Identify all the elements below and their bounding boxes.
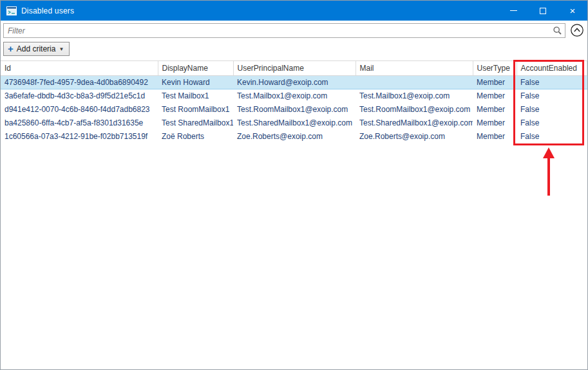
table-cell: Test.RoomMailbox1@exoip.com (356, 102, 473, 116)
app-icon (6, 6, 17, 16)
table-cell: False (517, 89, 587, 102)
collapse-criteria-button[interactable] (569, 23, 584, 38)
close-button[interactable]: × (558, 1, 587, 21)
window: Disabled users × + A (0, 0, 588, 370)
criteria-bar: + Add criteria ▼ (1, 40, 587, 60)
table-cell: False (517, 75, 587, 89)
results-grid-area: IdDisplayNameUserPrincipalNameMailUserTy… (1, 60, 587, 369)
table-cell: 4736948f-7fed-4957-9dea-4d0ba6890492 (1, 75, 158, 89)
table-row[interactable]: 1c60566a-07a3-4212-91be-f02bb713519fZoë … (1, 129, 587, 143)
annotation-arrow-icon (540, 147, 557, 196)
filter-input[interactable] (3, 23, 565, 38)
window-title: Disabled users (21, 6, 74, 15)
minimize-button[interactable] (498, 1, 528, 21)
close-icon: × (570, 6, 576, 15)
table-cell: Member (473, 89, 517, 102)
table-cell: Test.Mailbox1@exoip.com (356, 89, 473, 102)
column-header-accountenabled[interactable]: AccountEnabled (517, 61, 587, 75)
filter-bar (1, 21, 587, 40)
table-cell: Zoe.Roberts@exoip.com (233, 129, 356, 143)
chevron-up-circle-icon (570, 23, 584, 37)
window-controls: × (498, 1, 587, 21)
table-row[interactable]: 3a6efafe-dbdb-4d3c-b8a3-d9f5d21e5c1dTest… (1, 89, 587, 102)
table-cell: False (517, 116, 587, 129)
column-header-mail[interactable]: Mail (356, 61, 473, 75)
table-cell: Zoe.Roberts@exoip.com (356, 129, 473, 143)
table-cell: Test.SharedMailbox1@exoip.com (233, 116, 356, 129)
table-cell: Member (473, 102, 517, 116)
add-criteria-label: Add criteria (17, 44, 56, 53)
search-icon (553, 26, 562, 35)
table-cell: Kevin Howard (158, 75, 233, 89)
table-cell: False (517, 129, 587, 143)
table-cell: Kevin.Howard@exoip.com (233, 75, 356, 89)
table-cell: Member (473, 75, 517, 89)
table-row[interactable]: ba425860-6ffa-4cb7-af5a-f8301d31635eTest… (1, 116, 587, 129)
table-cell: d941e412-0070-4c6b-8460-f4dd7adb6823 (1, 102, 158, 116)
table-cell: Test.RoomMailbox1@exoip.com (233, 102, 356, 116)
table-cell: Test.SharedMailbox1@exoip.com (356, 116, 473, 129)
table-cell: 1c60566a-07a3-4212-91be-f02bb713519f (1, 129, 158, 143)
column-header-id[interactable]: Id (1, 61, 158, 75)
chevron-down-icon: ▼ (59, 46, 64, 52)
table-cell: Zoë Roberts (158, 129, 233, 143)
table-cell: Test Mailbox1 (158, 89, 233, 102)
titlebar[interactable]: Disabled users × (1, 1, 587, 21)
table-row[interactable]: d941e412-0070-4c6b-8460-f4dd7adb6823Test… (1, 102, 587, 116)
grid-header-row: IdDisplayNameUserPrincipalNameMailUserTy… (1, 61, 587, 75)
add-criteria-button[interactable]: + Add criteria ▼ (3, 42, 70, 56)
table-cell: Member (473, 129, 517, 143)
table-cell: Member (473, 116, 517, 129)
table-cell (356, 75, 473, 89)
maximize-button[interactable] (528, 1, 558, 21)
column-header-userprincipalname[interactable]: UserPrincipalName (233, 61, 356, 75)
table-cell: ba425860-6ffa-4cb7-af5a-f8301d31635e (1, 116, 158, 129)
table-cell: False (517, 102, 587, 116)
column-header-displayname[interactable]: DisplayName (158, 61, 233, 75)
table-cell: Test RoomMailbox1 (158, 102, 233, 116)
minimize-icon (510, 10, 517, 11)
filter-input-wrap (3, 23, 565, 38)
plus-icon: + (8, 46, 14, 52)
users-table: IdDisplayNameUserPrincipalNameMailUserTy… (1, 61, 587, 143)
table-row[interactable]: 4736948f-7fed-4957-9dea-4d0ba6890492Kevi… (1, 75, 587, 89)
maximize-icon (540, 8, 546, 14)
table-cell: 3a6efafe-dbdb-4d3c-b8a3-d9f5d21e5c1d (1, 89, 158, 102)
table-cell: Test SharedMailbox1 (158, 116, 233, 129)
table-cell: Test.Mailbox1@exoip.com (233, 89, 356, 102)
column-header-usertype[interactable]: UserType (473, 61, 517, 75)
